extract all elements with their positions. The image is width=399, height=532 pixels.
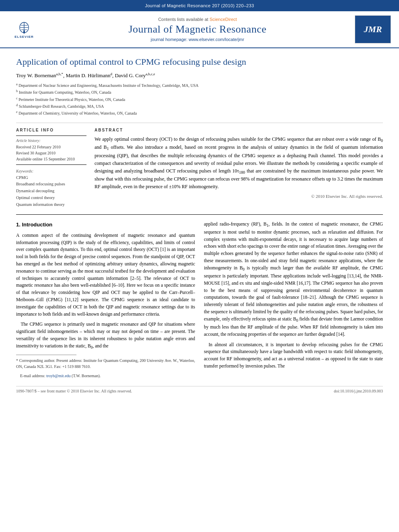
- affiliation-c: c Perimeter Institute for Theoretical Ph…: [16, 96, 383, 103]
- footer-doi: doi:10.1016/j.jmr.2010.09.003: [334, 389, 383, 393]
- journal-title-area: Contents lists available at ScienceDirec…: [44, 17, 351, 42]
- copyright-line: © 2010 Elsevier Inc. All rights reserved…: [95, 194, 383, 199]
- keyword-dynamical: Dynamical decoupling: [16, 188, 86, 195]
- body-para-r2: In almost all circumstances, it is impor…: [204, 341, 383, 370]
- journal-citation: Journal of Magnetic Resonance 207 (2010)…: [145, 3, 254, 8]
- article-title: Application of optimal control to CPMG r…: [16, 56, 383, 68]
- elsevier-label: ELSEVIER: [14, 35, 34, 39]
- abstract-text: We apply optimal control theory (OCT) to…: [95, 136, 383, 191]
- main-content: Application of optimal control to CPMG r…: [0, 48, 399, 401]
- author1-name: Troy W. Borneman: [16, 72, 56, 78]
- authors-line: Troy W. Bornemana,b,*, Martin D. Hürlima…: [16, 72, 383, 79]
- body-columns: 1. Introduction A common aspect of the c…: [16, 221, 383, 382]
- author3-name: , David G. Cory: [112, 72, 146, 78]
- affiliation-b: b Institute for Quantum Computing, Water…: [16, 89, 383, 95]
- footnote: * Corresponding author. Present address:…: [16, 357, 195, 379]
- page-footer: 1090-7807/$ – see front matter © 2010 El…: [16, 386, 383, 393]
- keyword-cpmg: CPMG: [16, 175, 86, 181]
- article-info-col: ARTICLE INFO Article history: Received 2…: [16, 128, 86, 208]
- journal-title: Journal of Magnetic Resonance: [128, 23, 266, 35]
- body-para-r1: applied radio-frequency (RF), B1, fields…: [204, 221, 383, 338]
- keywords-label: Keywords:: [16, 169, 86, 173]
- abstract-heading: ABSTRACT: [95, 128, 383, 132]
- elsevier-tree-icon: [16, 20, 32, 34]
- available-date: Available online 15 September 2010: [16, 156, 86, 162]
- elsevier-branding: ELSEVIER: [8, 18, 40, 41]
- abstract-col: ABSTRACT We apply optimal control theory…: [95, 128, 383, 208]
- email-link[interactable]: troyb@mit.edu: [46, 374, 71, 378]
- divider-1: [16, 123, 383, 123]
- keyword-oct: Optimal control theory: [16, 195, 86, 201]
- footnote-email: E-mail address: troyb@mit.edu (T.W. Born…: [16, 373, 195, 379]
- email-label: E-mail address:: [20, 374, 46, 378]
- body-divider: [16, 214, 383, 215]
- footer-issn: 1090-7807/$ – see front matter © 2010 El…: [16, 389, 132, 393]
- revised-date: Revised 30 August 2010: [16, 150, 86, 156]
- email-name: (T.W. Borneman).: [72, 374, 101, 378]
- body-col-right: applied radio-frequency (RF), B1, fields…: [204, 221, 383, 382]
- affiliation-e: e Department of Chemistry, University of…: [16, 110, 383, 116]
- article-info-heading: ARTICLE INFO: [16, 128, 86, 132]
- jmr-logo-box: JMR: [355, 15, 391, 43]
- author1-sup: a,b,*: [56, 72, 64, 76]
- footnote-star: * Corresponding author. Present address:…: [16, 357, 195, 370]
- keyword-broadband: Broadband refocusing pulses: [16, 181, 86, 188]
- article-history-box: Article history: Received 22 February 20…: [16, 136, 86, 165]
- sciencedirect-link[interactable]: ScienceDirect: [210, 17, 237, 22]
- body-para-1: A common aspect of the continuing develo…: [16, 232, 195, 318]
- sciencedirect-line: Contents lists available at ScienceDirec…: [158, 17, 237, 22]
- footnote-divider: [16, 355, 76, 355]
- section1-title: 1. Introduction: [16, 221, 195, 229]
- journal-header: ELSEVIER Contents lists available at Sci…: [0, 11, 399, 48]
- jmr-logo: JMR: [364, 24, 382, 35]
- author3-sup: a,b,c,e: [146, 72, 155, 76]
- elsevier-logo: ELSEVIER: [10, 18, 38, 41]
- info-abstract-section: ARTICLE INFO Article history: Received 2…: [16, 128, 383, 208]
- received-date: Received 22 February 2010: [16, 144, 86, 150]
- affiliations: a Department of Nuclear Science and Engi…: [16, 82, 383, 117]
- journal-citation-bar: Journal of Magnetic Resonance 207 (2010)…: [0, 0, 399, 11]
- author2-name: , Martin D. Hürlimann: [63, 72, 110, 78]
- affiliation-d: d Schlumberger-Doll Research, Cambridge,…: [16, 103, 383, 109]
- body-para-2: The CPMG sequence is primarily used in m…: [16, 321, 195, 351]
- body-col-left: 1. Introduction A common aspect of the c…: [16, 221, 195, 382]
- affiliation-a: a Department of Nuclear Science and Engi…: [16, 82, 383, 88]
- keyword-qit: Quantum information theory: [16, 201, 86, 208]
- page-wrapper: Journal of Magnetic Resonance 207 (2010)…: [0, 0, 399, 532]
- history-label: Article history:: [16, 138, 86, 143]
- journal-homepage: journal homepage: www.elsevier.com/locat…: [151, 37, 244, 42]
